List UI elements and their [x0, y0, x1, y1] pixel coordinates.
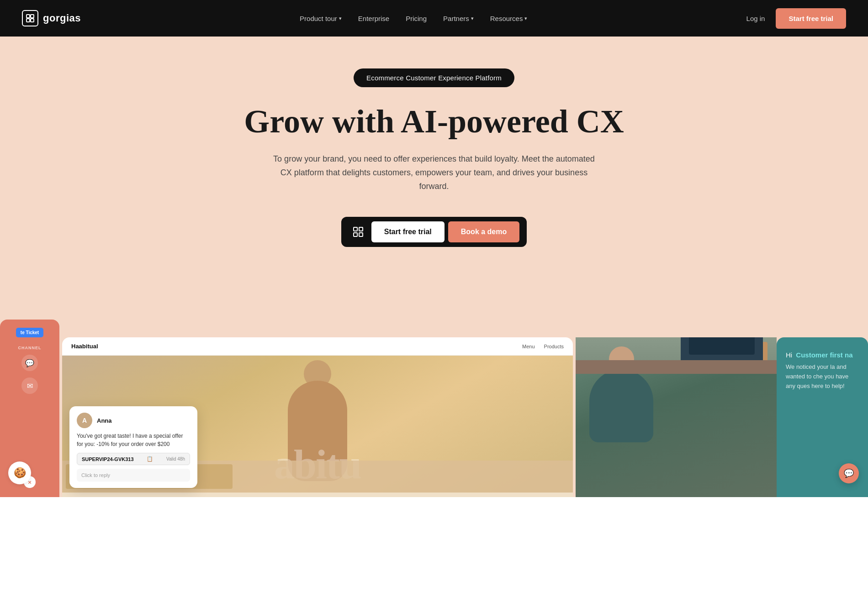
right-chat-greeting: Hi Customer first na: [786, 351, 859, 359]
nav-resources[interactable]: Resources ▾: [490, 15, 528, 22]
cookie-button[interactable]: 🍪: [8, 461, 31, 484]
logo-text: gorgias: [43, 12, 81, 24]
chevron-down-icon: ▾: [339, 16, 342, 21]
photo-section: [576, 337, 777, 497]
thumb-2: [234, 464, 401, 489]
thumb-3: [402, 464, 569, 489]
logo-icon: [22, 10, 38, 26]
login-link[interactable]: Log in: [746, 15, 765, 22]
screenshots-section: te Ticket CHANNEL 💬 ✉ × Haabitual Menu P…: [0, 320, 868, 497]
hero-cta-group: Start free trial Book a demo: [341, 217, 527, 247]
hero-title: Grow with AI-powered CX: [244, 104, 624, 140]
svg-rect-4: [354, 227, 357, 231]
svg-rect-2: [26, 19, 30, 22]
site-nav: Menu Products: [522, 344, 564, 349]
svg-rect-0: [26, 15, 30, 18]
site-nav-products: Products: [544, 344, 564, 349]
chat-popup-header: A Anna: [77, 413, 190, 428]
promo-code: SUPERVIP24-GVK313 📋 Valid 48h: [77, 453, 190, 465]
logo[interactable]: gorgias: [22, 10, 81, 26]
nav-partners[interactable]: Partners ▾: [443, 15, 474, 22]
svg-rect-3: [31, 19, 34, 22]
svg-rect-5: [359, 227, 363, 231]
browser-mockup: Haabitual Menu Products abitu: [62, 337, 573, 497]
agent-avatar: A: [77, 413, 92, 428]
svg-rect-1: [31, 15, 34, 18]
svg-rect-6: [354, 233, 357, 236]
chevron-down-icon: ▾: [524, 16, 527, 21]
right-teal-panel: Hi Customer first na We noticed your la …: [777, 337, 868, 497]
right-chat-message: We noticed your la and wanted to che you…: [786, 362, 859, 391]
nav-right: Log in Start free trial: [746, 8, 846, 29]
nav-enterprise[interactable]: Enterprise: [358, 15, 389, 22]
cookie-badge: 🍪: [8, 461, 31, 484]
hero-trial-button[interactable]: Start free trial: [371, 221, 445, 242]
desk-surface: [576, 360, 777, 374]
screen-content: [689, 337, 755, 355]
nav-pricing[interactable]: Pricing: [406, 15, 427, 22]
whatsapp-icon: 💬: [21, 355, 38, 371]
agent-name: Anna: [97, 417, 112, 424]
nav-product-tour[interactable]: Product tour ▾: [300, 15, 342, 22]
channel-icons: 💬 ✉: [21, 355, 38, 394]
nav-trial-button[interactable]: Start free trial: [776, 8, 846, 29]
logo-svg: [26, 14, 35, 23]
hero-subtitle: To grow your brand, you need to offer ex…: [270, 152, 598, 193]
svg-rect-7: [359, 233, 363, 236]
navigation: gorgias Product tour ▾ Enterprise Pricin…: [0, 0, 868, 37]
email-icon: ✉: [21, 378, 38, 394]
site-nav-menu: Menu: [522, 344, 535, 349]
ticket-label: te Ticket: [16, 328, 43, 337]
gorgias-icon: [349, 222, 368, 241]
reply-input[interactable]: Click to reply: [77, 469, 190, 482]
customer-name-highlight: Customer first na: [796, 351, 852, 359]
chat-bubble-button[interactable]: 💬: [839, 463, 859, 483]
workspace-scene: [576, 337, 777, 374]
hero-section: Ecommerce Customer Experience Platform G…: [0, 37, 868, 320]
chevron-down-icon: ▾: [471, 16, 474, 21]
chat-popup: A Anna You've got great taste! I have a …: [69, 406, 197, 488]
hero-badge: Ecommerce Customer Experience Platform: [354, 68, 514, 87]
site-brand: Haabitual: [71, 343, 98, 350]
hero-demo-button[interactable]: Book a demo: [448, 221, 519, 242]
chat-message: You've got great taste! I have a special…: [77, 432, 190, 448]
site-header-bar: Haabitual Menu Products: [62, 337, 573, 356]
nav-links: Product tour ▾ Enterprise Pricing Partne…: [300, 15, 527, 22]
channel-label: CHANNEL: [18, 346, 42, 350]
person-body-working: [589, 369, 653, 442]
grid-icon: [353, 226, 364, 237]
